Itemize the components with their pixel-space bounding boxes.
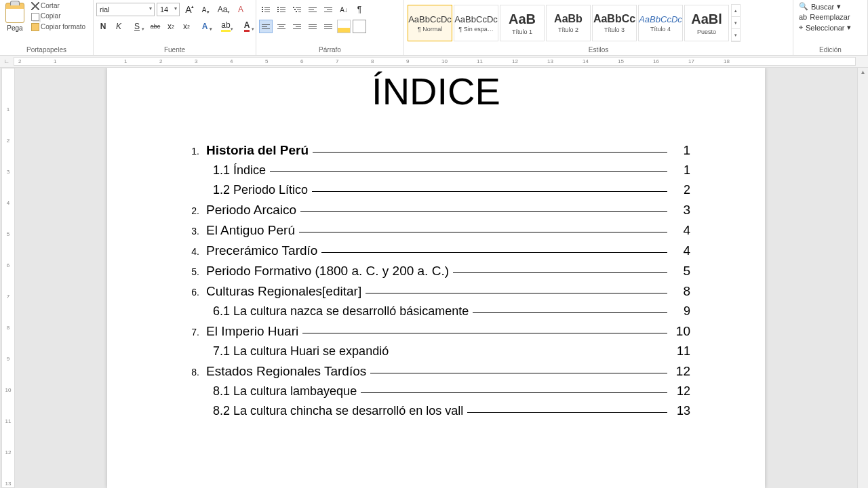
toc-sublabel: 1.2 Periodo Lítico — [213, 183, 308, 197]
paste-button[interactable]: Pega — [3, 1, 27, 32]
toc-sublabel: 6.1 La cultura nazca se desarrolló básic… — [213, 304, 469, 319]
decrease-indent-button[interactable] — [306, 3, 319, 16]
style-t-tulo-2[interactable]: AaBbTítulo 2 — [546, 5, 591, 41]
toc-leader — [467, 412, 667, 413]
align-left-button[interactable] — [259, 20, 273, 33]
toc-page: 12 — [671, 364, 690, 379]
toc-leader — [312, 191, 667, 192]
toc-number: 7. — [182, 327, 199, 338]
font-size-combo[interactable]: 14 — [157, 3, 180, 16]
toc-entry: 1.Historia del Perú1 — [182, 143, 690, 158]
highlight-button[interactable]: ab — [216, 20, 235, 33]
toc-leader — [366, 293, 667, 293]
find-button[interactable]: 🔍Buscar ▾ — [796, 1, 854, 12]
bullets-button[interactable] — [259, 3, 273, 16]
align-right-button[interactable] — [290, 20, 304, 33]
toc-page: 4 — [671, 223, 690, 238]
cursor-icon: ⌖ — [799, 23, 803, 32]
subscript-button[interactable]: x2 — [164, 20, 178, 33]
italic-button[interactable]: K — [112, 20, 125, 33]
underline-button[interactable]: S — [127, 20, 146, 33]
toc-leader — [370, 373, 667, 373]
toc-label: Culturas Regionales[editar] — [206, 284, 361, 299]
toc-entry: 4.Precerámico Tardío4 — [182, 243, 690, 258]
cut-button[interactable]: Cortar — [30, 1, 87, 11]
toc-page: 9 — [671, 304, 690, 319]
toc-sublabel: 7.1 La cultura Huari se expandió — [213, 344, 389, 359]
style-t-tulo-4[interactable]: AaBbCcDcTítulo 4 — [638, 5, 683, 41]
select-button[interactable]: ⌖Seleccionar ▾ — [796, 22, 854, 33]
shading-button[interactable] — [337, 20, 351, 33]
toc-subentry: 1.2 Periodo Lítico2 — [213, 183, 690, 197]
change-case-button[interactable]: Aa — [213, 3, 232, 16]
scroll-up-icon[interactable]: ▲ — [859, 68, 867, 77]
tab-selector[interactable]: ∟ — [0, 56, 14, 67]
toc-entry: 2.Periodo Arcaico3 — [182, 203, 690, 218]
toc-page: 3 — [671, 203, 690, 218]
horizontal-ruler[interactable]: 321123456789101112131415161718 — [14, 57, 856, 66]
bold-button[interactable]: N — [96, 20, 110, 33]
toc-number: 8. — [182, 367, 199, 378]
align-justify-button[interactable] — [306, 20, 319, 33]
toc-sublabel: 8.1 La cultura lambayeque — [213, 384, 357, 399]
toc-page: 2 — [671, 183, 690, 197]
numbering-button[interactable] — [275, 3, 288, 16]
scissors-icon — [31, 2, 39, 10]
ribbon: Pega Cortar Copiar Copiar formato Portap… — [0, 0, 868, 56]
style-puesto[interactable]: AaBlPuesto — [684, 5, 729, 41]
replace-button[interactable]: abReemplazar — [796, 12, 854, 22]
toc-entry: 7.El Imperio Huari10 — [182, 324, 690, 339]
toc-leader — [473, 312, 667, 313]
text-effects-button[interactable]: A — [195, 20, 214, 33]
borders-button[interactable] — [353, 20, 366, 33]
toc-entry: 8.Estados Regionales Tardíos12 — [182, 364, 690, 379]
vertical-scrollbar[interactable]: ▲ — [857, 68, 868, 488]
style--normal[interactable]: AaBbCcDc¶ Normal — [408, 5, 452, 41]
line-spacing-button[interactable] — [321, 20, 335, 33]
show-marks-button[interactable]: ¶ — [353, 3, 366, 16]
superscript-button[interactable]: x2 — [180, 20, 193, 33]
toc-label: El Imperio Huari — [206, 324, 298, 339]
group-label-editing: Edición — [796, 45, 865, 55]
multilevel-button[interactable] — [290, 3, 304, 16]
toc-subentry: 6.1 La cultura nazca se desarrolló básic… — [213, 304, 690, 319]
toc-label: Historia del Perú — [206, 143, 309, 158]
sort-button[interactable]: A↓ — [337, 3, 351, 16]
increase-indent-button[interactable] — [321, 3, 335, 16]
toc-label: Estados Regionales Tardíos — [206, 364, 366, 379]
toc-number: 3. — [182, 226, 199, 237]
style-t-tulo-3[interactable]: AaBbCcTítulo 3 — [592, 5, 637, 41]
toc-page: 8 — [671, 284, 690, 299]
toc-number: 4. — [182, 246, 199, 257]
document-area: 12345678910111213 ÍNDICE 1.Historia del … — [0, 68, 868, 488]
toc-leader — [270, 171, 667, 172]
styles-more-button[interactable]: ▴▾▾ — [731, 4, 741, 42]
align-center-button[interactable] — [275, 20, 288, 33]
toc-page: 5 — [671, 264, 690, 279]
toc-leader — [361, 392, 667, 393]
font-color-button[interactable]: A — [237, 20, 256, 33]
toc-page: 12 — [671, 384, 690, 399]
grow-font-button[interactable]: A▴ — [182, 3, 195, 16]
toc-leader — [313, 152, 667, 152]
strike-button[interactable]: abc — [149, 20, 162, 33]
document-page[interactable]: ÍNDICE 1.Historia del Perú11.1 Índice11.… — [107, 68, 765, 488]
toc-number: 5. — [182, 266, 199, 277]
format-painter-button[interactable]: Copiar formato — [30, 22, 87, 32]
clear-format-button[interactable]: A — [234, 3, 248, 16]
style--sin-espa-[interactable]: AaBbCcDc¶ Sin espa… — [454, 5, 498, 41]
style-t-tulo-1[interactable]: AaBTítulo 1 — [500, 5, 545, 41]
toc-label: Periodo Formativo (1800 a. C. y 200 a. C… — [206, 264, 449, 279]
font-name-combo[interactable]: rial — [96, 3, 155, 16]
toc-label: El Antiguo Perú — [206, 223, 295, 238]
toc-page: 11 — [671, 344, 690, 359]
toc-page: 10 — [671, 324, 690, 339]
toc-number: 2. — [182, 205, 199, 216]
group-label-paragraph: Párrafo — [259, 45, 401, 55]
toc-sublabel: 1.1 Índice — [213, 163, 266, 178]
vertical-ruler[interactable]: 12345678910111213 — [1, 68, 15, 488]
shrink-font-button[interactable]: A▾ — [197, 3, 211, 16]
toc-subentry: 8.2 La cultura chincha se desarrolló en … — [213, 404, 690, 418]
copy-button[interactable]: Copiar — [30, 12, 87, 21]
group-styles: AaBbCcDc¶ NormalAaBbCcDc¶ Sin espa…AaBTí… — [404, 0, 793, 55]
